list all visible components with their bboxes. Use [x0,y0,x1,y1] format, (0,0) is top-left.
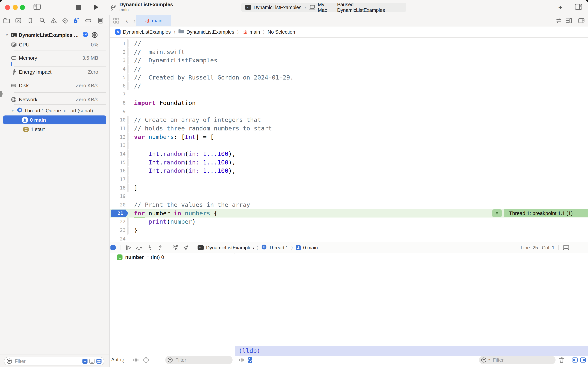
console-mode-icon[interactable] [248,357,252,363]
variables-filter-field[interactable] [165,356,233,364]
performance-gauge-icon[interactable] [83,32,88,39]
debug-crumb-frame[interactable]: 0 main [303,245,318,250]
continue-execution-icon[interactable] [125,245,131,250]
profile-in-instruments-icon[interactable] [92,32,98,38]
thread-row[interactable]: ˅ Thread 1 Queue: c...ad (serial) [0,106,109,115]
jumpbar-item-group[interactable]: DynamicListExamples [186,29,234,35]
editor-grid-icon[interactable] [113,17,120,24]
run-destination[interactable]: My Mac [318,2,335,13]
project-navigator-icon[interactable] [3,17,10,24]
variables-view[interactable]: L number = (Int) 0 Auto˄˅ [110,253,235,367]
code-line[interactable]: 19 [110,192,588,200]
swap-editors-icon[interactable] [555,17,562,24]
flatten-list-icon[interactable] [96,359,101,364]
console-filter-field[interactable]: ˅ [479,356,555,364]
code-line[interactable]: 16 Int.random(in: 1...100), [110,167,588,175]
code-line[interactable]: 18] [110,184,588,192]
code-line[interactable]: 12var numbers: [Int] = [ [110,133,588,141]
zoom-button[interactable] [20,5,25,10]
tab-main[interactable]: main [136,15,171,26]
memory-gauge-row[interactable]: Memory 3.5 MB [0,53,109,63]
line-number[interactable]: 24 [110,235,126,242]
frame-label[interactable]: 1 start [31,126,45,132]
code-line[interactable]: 9 [110,107,588,116]
quicklook-eye-icon[interactable] [133,358,139,362]
breakpoints-navigator-icon[interactable] [85,17,92,24]
code-line[interactable]: 2// main.swift [110,48,588,56]
navigator-filter-field[interactable] [4,357,104,366]
stack-frame-row[interactable]: 1 start [0,125,109,134]
code-line[interactable]: 6// [110,82,588,90]
tests-navigator-icon[interactable] [62,17,69,24]
code-line[interactable]: 4// [110,65,588,73]
jumpbar-item-file[interactable]: main [250,29,260,35]
code-line[interactable]: 8import Foundation [110,99,588,107]
debug-navigator-icon[interactable] [72,17,79,24]
adjust-editor-options-icon[interactable] [565,17,572,24]
frame-label[interactable]: 0 main [30,117,46,123]
code-line[interactable]: 20// Print the values in the array [110,200,588,209]
clear-console-trash-icon[interactable] [559,357,564,363]
line-number[interactable]: 16 [110,167,126,175]
line-number[interactable]: 2 [110,48,126,56]
show-recent-icon[interactable] [83,359,87,364]
line-number[interactable]: 1 [110,39,126,48]
minimize-button[interactable] [13,5,18,10]
code-line[interactable]: 14 Int.random(in: 1...100), [110,150,588,158]
code-line[interactable]: 22 print(number) [110,217,588,226]
scheme-destination-pill[interactable]: >_ DynamicListExamples 〉 My Mac Paused D… [241,3,406,12]
go-back-icon[interactable]: ‹ [123,17,130,24]
run-button[interactable] [93,4,99,10]
line-number[interactable]: 7 [110,90,126,99]
line-number[interactable]: 12 [110,133,126,141]
disclosure-chevron-icon[interactable]: ˅ [12,108,14,113]
variables-filter-input[interactable] [175,357,230,363]
scope-selector[interactable]: Auto˄˅ [111,357,124,363]
quicklook-eye-icon[interactable] [239,358,245,362]
debug-memory-graph-icon[interactable] [172,245,178,250]
add-button[interactable]: + [556,3,565,12]
reports-navigator-icon[interactable] [97,17,104,24]
line-number[interactable]: 6 [110,82,126,90]
jumpbar-item-selection[interactable]: No Selection [268,29,295,35]
jumpbar-item-project[interactable]: DynamicListExamples [123,29,171,35]
source-editor[interactable]: 1//2// main.swift3// DynamicListExamples… [110,38,588,242]
step-into-icon[interactable] [147,245,153,250]
code-line[interactable]: 7 [110,90,588,99]
close-button[interactable] [5,5,10,10]
issues-navigator-icon[interactable] [50,17,57,24]
code-line[interactable]: 3// DynamicListExamples [110,56,588,65]
simulate-location-icon[interactable] [183,245,189,250]
line-number[interactable]: 15 [110,158,126,167]
changes-navigator-icon[interactable] [15,17,22,24]
stop-button[interactable] [76,4,82,10]
code-line[interactable]: 23} [110,226,588,235]
tab-label[interactable]: main [152,18,162,24]
disk-gauge-row[interactable]: Disk Zero KB/s [0,81,109,90]
scheme-name[interactable]: DynamicListExamples [253,5,301,10]
code-line[interactable]: 24 [110,235,588,242]
toggle-debug-area-icon[interactable] [563,245,569,250]
find-navigator-icon[interactable] [39,17,46,24]
code-line[interactable]: 15 Int.random(in: 1...100), [110,158,588,167]
line-number[interactable]: 4 [110,65,126,73]
line-number[interactable]: 22 [110,217,126,226]
variable-row[interactable]: L number = (Int) 0 [117,254,164,260]
code-line[interactable]: 10// Create an array of integers that [110,116,588,124]
code-line[interactable]: 11// holds three random numbers to start [110,124,588,133]
code-line[interactable]: 21for number in numbers {≡Thread 1: brea… [110,209,588,218]
step-over-icon[interactable] [136,245,142,250]
disclosure-chevron-icon[interactable]: ˅ [6,33,8,37]
bookmarks-navigator-icon[interactable] [27,17,34,24]
line-number[interactable]: 10 [110,116,126,124]
breakpoints-toggle-icon[interactable] [110,245,116,250]
process-row[interactable]: ˅ >_ DynamicListExamples … [0,30,109,40]
step-out-icon[interactable] [157,245,163,250]
show-variables-pane-icon[interactable] [572,358,578,363]
energy-gauge-row[interactable]: Energy Impact Zero [0,67,109,77]
toggle-navigator-icon[interactable] [34,3,41,10]
code-line[interactable]: 5// Created by Russell Gordon on 2024-01… [110,73,588,82]
console-view[interactable]: (lldb) ˅ [235,253,588,367]
line-number[interactable]: 20 [110,200,126,209]
process-name[interactable]: DynamicListExamples … [19,32,78,38]
